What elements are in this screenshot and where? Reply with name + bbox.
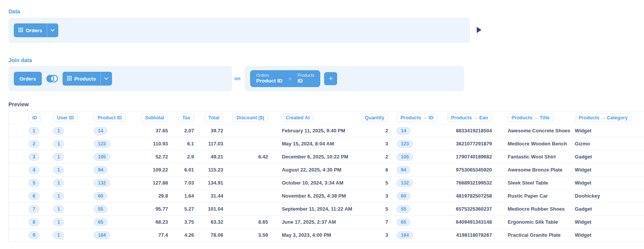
cell-subtotal: 29.8 (125, 190, 170, 203)
id-pill: 123 (94, 140, 110, 148)
join-left-panel: Orders Products (8, 66, 232, 91)
cell-user-id: 1 (44, 216, 77, 229)
id-pill: 5 (28, 179, 40, 187)
cell-discount- (224, 190, 271, 203)
table-row: 9118477.44.2678.063.59May 3, 2023, 4:00 … (9, 229, 644, 242)
query-builder-notebook: Data Orders Join data Orders (0, 0, 644, 249)
cell-user-id: 1 (44, 229, 77, 242)
id-pill: 1 (53, 127, 64, 135)
cell-products-title: Ergonomic Silk Table (495, 216, 570, 229)
cell-products-ean: 3621077291879 (447, 137, 495, 150)
cell-quantity: 3 (361, 137, 394, 150)
cell-product-id: 14 (77, 124, 125, 137)
condition-right-field[interactable]: ID (298, 78, 314, 84)
id-pill: 60 (397, 192, 410, 200)
column-header-created-at[interactable]: Created At (282, 114, 314, 122)
cell-product-id: 94 (77, 163, 125, 176)
id-pill: 132 (397, 179, 413, 187)
cell-created-at: May 3, 2023, 4:00 PM (271, 229, 361, 242)
cell-products-id: 94 (394, 163, 447, 176)
cell-products-category: Widget (570, 229, 644, 242)
cell-products-title: Mediocre Rubber Shoes (495, 203, 570, 216)
chevron-down-icon[interactable] (47, 23, 58, 37)
header-row: IDUser IDProduct IDSubtotalTaxTotalDisco… (9, 111, 644, 124)
cell-user-id: 1 (44, 124, 77, 137)
cell-created-at: May 15, 2024, 8:04 AM (271, 137, 361, 150)
cell-subtotal: 109.22 (125, 163, 170, 176)
cell-products-ean: 6575325360237 (447, 203, 495, 216)
column-header-products-ean[interactable]: Products → Ean (447, 114, 492, 122)
column-header-discount-[interactable]: Discount ($) (232, 114, 268, 122)
cell-quantity: 5 (361, 176, 394, 190)
column-header-tax[interactable]: Tax (178, 114, 194, 122)
cell-quantity: 5 (361, 203, 394, 216)
id-pill: 1 (53, 153, 64, 161)
cell-products-category: Widget (570, 176, 644, 190)
data-table-button[interactable]: Orders (14, 23, 58, 37)
cell-tax: 1.64 (170, 190, 195, 203)
id-pill: 94 (397, 166, 410, 174)
chevron-down-icon[interactable] (100, 72, 112, 86)
column-header-product-id[interactable]: Product ID (94, 114, 125, 122)
column-header-subtotal[interactable]: Subtotal (141, 114, 168, 122)
cell-discount- (224, 124, 271, 137)
preview-table: IDUser IDProduct IDSubtotalTaxTotalDisco… (8, 111, 644, 242)
join-condition-pill[interactable]: Orders Product ID = Products ID (250, 70, 320, 87)
cell-created-at: December 6, 2025, 10:22 PM (271, 150, 361, 163)
cell-id: 7 (9, 203, 44, 216)
play-icon[interactable] (477, 27, 481, 33)
condition-left-field[interactable]: Product ID (256, 78, 282, 84)
cell-quantity: 6 (361, 163, 394, 176)
id-pill: 184 (94, 231, 110, 239)
cell-id: 4 (9, 163, 44, 176)
cell-product-id: 132 (77, 176, 125, 190)
column-header-id[interactable]: ID (28, 114, 41, 122)
cell-subtotal: 127.88 (125, 176, 170, 190)
join-left-table-label: Orders (20, 76, 36, 82)
cell-products-category: Widget (570, 216, 644, 229)
cell-total: 49.21 (195, 150, 224, 163)
join-left-table-button[interactable]: Orders (14, 72, 42, 86)
left-join-venn-icon[interactable] (46, 74, 59, 84)
id-pill: 1 (53, 205, 64, 213)
cell-subtotal: 77.4 (125, 229, 170, 242)
column-header-user-id[interactable]: User ID (53, 114, 77, 122)
id-pill: 2 (28, 140, 40, 148)
cell-subtotal: 52.72 (125, 150, 170, 163)
join-condition-panel: Orders Product ID = Products ID + (245, 66, 464, 91)
cell-id: 2 (9, 137, 44, 150)
column-header-products-title[interactable]: Products → Title (508, 114, 553, 122)
cell-discount- (224, 176, 271, 190)
data-panel: Orders (8, 18, 470, 43)
cell-quantity: 7 (361, 216, 394, 229)
column-header-quantity[interactable]: Quantity (361, 114, 388, 122)
cell-subtotal: 110.93 (125, 137, 170, 150)
cell-products-ean: 8833419218504 (447, 124, 495, 137)
cell-products-id: 55 (394, 203, 447, 216)
table-row: 51132127.887.03134.91October 10, 2024, 3… (9, 176, 644, 190)
cell-created-at: August 22, 2025, 4:30 PM (271, 163, 361, 176)
column-header-total[interactable]: Total (204, 114, 223, 122)
table-row: 4194109.226.01115.23August 22, 2025, 4:3… (9, 163, 644, 176)
join-section-label: Join data (8, 57, 32, 63)
preview-table-wrap: IDUser IDProduct IDSubtotalTaxTotalDisco… (8, 111, 644, 242)
cell-total: 78.06 (195, 229, 224, 242)
add-join-condition-button[interactable]: + (324, 72, 337, 85)
join-right-table-button[interactable]: Products (63, 72, 112, 86)
cell-products-ean: 1790740189682 (447, 150, 495, 163)
cell-products-title: Sleek Steel Table (495, 176, 570, 190)
cell-tax: 2.9 (170, 150, 195, 163)
cell-products-id: 132 (394, 176, 447, 190)
cell-discount-: 8.65 (224, 216, 271, 229)
cell-products-id: 123 (394, 137, 447, 150)
cell-id: 1 (9, 124, 44, 137)
condition-left-table: Orders (256, 73, 282, 78)
cell-quantity: 3 (361, 190, 394, 203)
column-header-products-category[interactable]: Products → Category (575, 114, 632, 122)
cell-created-at: September 11, 2024, 11:22 AM (271, 203, 361, 216)
condition-operator[interactable]: = (288, 76, 292, 82)
column-header-products-id[interactable]: Products → ID (397, 114, 437, 122)
cell-quantity: 2 (361, 124, 394, 137)
id-pill: 1 (53, 192, 64, 200)
cell-product-id: 123 (77, 137, 125, 150)
